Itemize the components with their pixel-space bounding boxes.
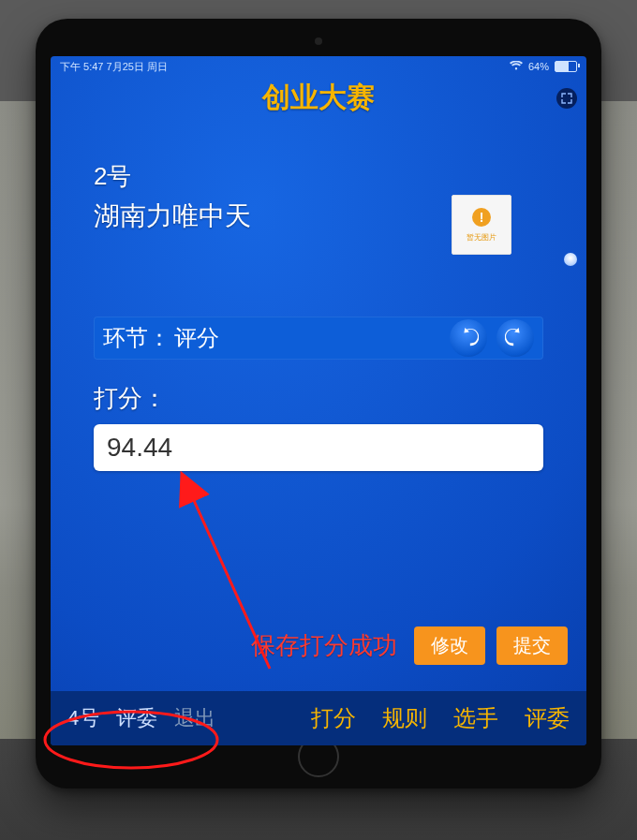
thumbnail-caption: 暂无图片 <box>467 232 496 243</box>
stage-row: 环节： 评分 <box>94 317 543 360</box>
exit-button[interactable]: 退出 <box>174 704 215 732</box>
warning-icon: ! <box>472 208 491 227</box>
modify-button[interactable]: 修改 <box>414 626 485 665</box>
score-value: 94.44 <box>107 433 172 463</box>
battery-percent: 64% <box>528 61 549 72</box>
contestant-number: 2号 <box>94 160 543 193</box>
action-row: 保存打分成功 修改 提交 <box>51 626 586 665</box>
footer-judge-number: 4号 <box>67 704 99 732</box>
battery-icon <box>555 61 577 72</box>
save-success-toast: 保存打分成功 <box>251 629 397 662</box>
wifi-icon <box>510 61 523 72</box>
main-content: 2号 湖南力唯中天 ! 暂无图片 环节： 评分 打分： 94.44 <box>51 117 586 471</box>
front-camera <box>315 37 322 45</box>
tablet-frame: 下午 5:47 7月25日 周日 64% 创业大赛 2号 湖南力唯中天 ! 暂无… <box>36 19 601 788</box>
score-input[interactable]: 94.44 <box>94 424 543 471</box>
fullscreen-icon[interactable] <box>556 88 577 109</box>
tab-rules[interactable]: 规则 <box>382 703 427 733</box>
footer-bar: 4号 评委 退出 打分 规则 选手 评委 <box>51 691 586 745</box>
status-bar: 下午 5:47 7月25日 周日 64% <box>51 56 586 77</box>
next-button[interactable] <box>496 319 534 357</box>
contestant-thumbnail[interactable]: ! 暂无图片 <box>452 195 511 255</box>
page-title: 创业大赛 <box>51 79 586 117</box>
stage-value: 评分 <box>174 323 219 353</box>
footer-judge-role: 评委 <box>116 704 157 732</box>
tab-judges[interactable]: 评委 <box>525 703 570 733</box>
tab-score[interactable]: 打分 <box>311 703 356 733</box>
prev-button[interactable] <box>450 319 487 357</box>
side-indicator-icon[interactable] <box>564 253 577 266</box>
tab-contestants[interactable]: 选手 <box>453 703 498 733</box>
screen: 下午 5:47 7月25日 周日 64% 创业大赛 2号 湖南力唯中天 ! 暂无… <box>51 56 586 745</box>
status-time: 下午 5:47 7月25日 周日 <box>60 60 168 74</box>
submit-button[interactable]: 提交 <box>496 626 568 665</box>
stage-label: 环节： <box>103 323 170 353</box>
score-label: 打分： <box>94 382 543 415</box>
